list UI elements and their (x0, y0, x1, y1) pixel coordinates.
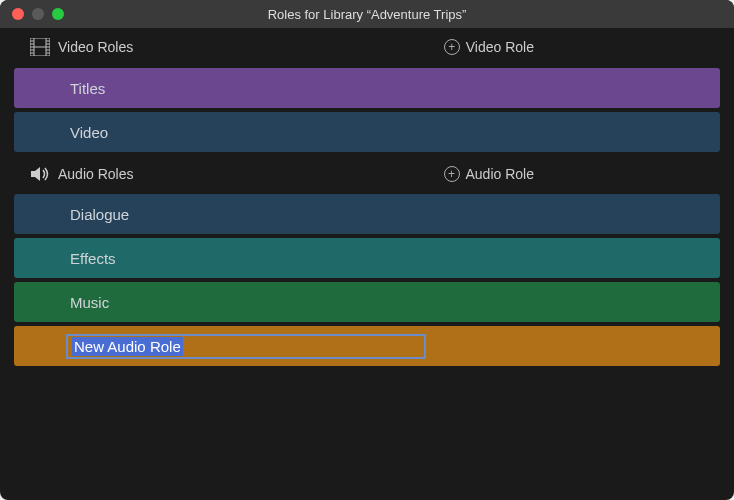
audio-icon (30, 166, 58, 182)
video-roles-label: Video Roles (58, 39, 133, 55)
roles-editor-window: Roles for Library “Adventure Trips” (0, 0, 734, 500)
audio-roles-header: Audio Roles + Audio Role (0, 156, 734, 190)
role-row-titles[interactable]: Titles (14, 68, 720, 108)
window-title: Roles for Library “Adventure Trips” (0, 7, 734, 22)
role-row-effects[interactable]: Effects (14, 238, 720, 278)
plus-icon: + (444, 166, 460, 182)
role-label: Titles (70, 80, 105, 97)
role-row-music[interactable]: Music (14, 282, 720, 322)
add-video-role-label: Video Role (466, 39, 534, 55)
close-button[interactable] (12, 8, 24, 20)
role-row-new-audio[interactable]: New Audio Role (14, 326, 720, 366)
audio-roles-label: Audio Roles (58, 166, 134, 182)
video-icon (30, 38, 58, 56)
plus-icon: + (444, 39, 460, 55)
role-label: Music (70, 294, 109, 311)
traffic-lights (12, 8, 64, 20)
minimize-button[interactable] (32, 8, 44, 20)
role-label: Video (70, 124, 108, 141)
role-row-dialogue[interactable]: Dialogue (14, 194, 720, 234)
zoom-button[interactable] (52, 8, 64, 20)
add-audio-role-label: Audio Role (466, 166, 535, 182)
add-audio-role-button[interactable]: + Audio Role (444, 166, 535, 182)
role-row-video[interactable]: Video (14, 112, 720, 152)
role-name-input[interactable]: New Audio Role (66, 334, 426, 359)
role-label: Dialogue (70, 206, 129, 223)
add-video-role-button[interactable]: + Video Role (444, 39, 534, 55)
content: Video Roles + Video Role Titles Video Au… (0, 28, 734, 366)
role-label: Effects (70, 250, 116, 267)
video-roles-header: Video Roles + Video Role (0, 28, 734, 64)
titlebar[interactable]: Roles for Library “Adventure Trips” (0, 0, 734, 28)
